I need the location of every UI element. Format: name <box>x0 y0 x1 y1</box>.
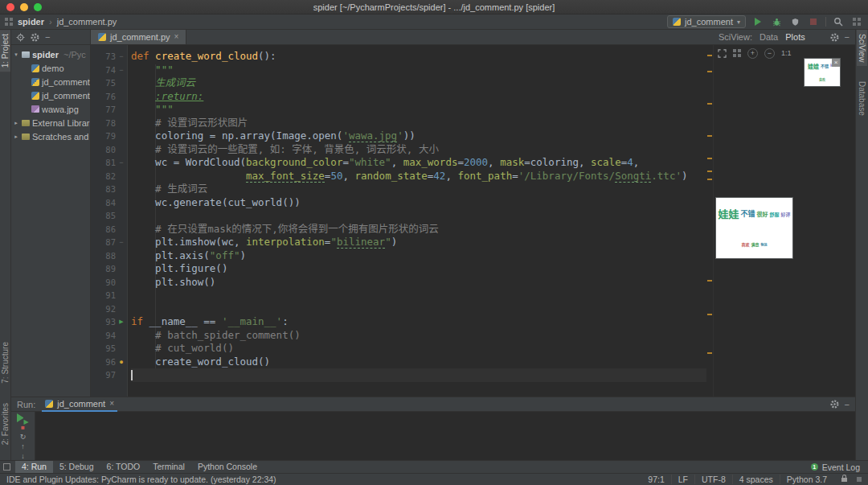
stripe-button-7-structure[interactable]: 7: Structure <box>0 338 10 388</box>
stripe-button-sciview[interactable]: SciView <box>857 30 867 66</box>
sciview-tab-data[interactable]: Data <box>760 32 778 42</box>
fold-icon[interactable]: − <box>116 52 127 60</box>
code-line-83[interactable]: # 生成词云 <box>131 183 713 196</box>
code-line-95[interactable]: # cut_world() <box>131 342 713 356</box>
code-line-75[interactable]: 生成词云 <box>131 76 713 90</box>
code-line-85[interactable] <box>131 209 713 223</box>
close-tab-icon[interactable]: × <box>109 400 114 408</box>
stripe-button-1-project[interactable]: 1: Project <box>0 30 10 72</box>
search-everywhere-button[interactable] <box>832 15 845 28</box>
sciview-tab-plots[interactable]: Plots <box>785 32 805 42</box>
toolwindow-button-4-run[interactable]: 4: Run <box>15 461 53 474</box>
tree-item-wawa-jpg[interactable]: wawa.jpg <box>11 102 90 116</box>
plot-thumbnail[interactable]: 娃娃不错很好舒服好评喜欢满意物流 <box>715 197 793 259</box>
tree-item-demo[interactable]: demo <box>11 61 90 75</box>
code-line-81[interactable]: wc = WordCloud(background_color="white",… <box>131 156 713 170</box>
run-config-select[interactable]: jd_comment ▾ <box>667 15 746 28</box>
code-line-91[interactable] <box>131 289 713 302</box>
zoom-level[interactable]: 1:1 <box>781 49 792 57</box>
stripe-button-database[interactable]: Database <box>857 77 867 120</box>
grid-view-button[interactable] <box>733 46 741 60</box>
zoom-window-button[interactable] <box>34 3 42 11</box>
text-caret <box>131 370 133 380</box>
collapse-all-button[interactable]: − <box>45 32 50 42</box>
minimize-window-button[interactable] <box>20 3 28 11</box>
code-line-78[interactable]: # 设置词云形状图片 <box>131 117 713 130</box>
toolwindow-switcher-icon[interactable] <box>3 463 10 471</box>
code-line-97[interactable] <box>131 368 713 382</box>
line-number: 81 <box>95 158 116 167</box>
run-line-icon[interactable]: ▶ <box>116 319 127 325</box>
status-utf-8[interactable]: UTF-8 <box>694 475 732 484</box>
toolwindow-button-5-debug[interactable]: 5: Debug <box>53 461 100 474</box>
run-button[interactable] <box>751 15 764 28</box>
run-settings-button[interactable] <box>830 400 839 409</box>
event-log-button[interactable]: Event Log <box>822 462 860 472</box>
status-lf[interactable]: LF <box>671 475 694 484</box>
stop-button[interactable] <box>807 15 820 28</box>
status-97-1[interactable]: 97:1 <box>641 475 670 484</box>
toolwindow-button-6-todo[interactable]: 6: TODO <box>100 461 147 474</box>
stripe-button-2-favorites[interactable]: 2: Favorites <box>0 399 10 449</box>
breakpoint-icon[interactable]: ● <box>116 358 127 366</box>
code-line-88[interactable]: plt.axis("off") <box>131 249 713 263</box>
editor-tab-jd-comment[interactable]: jd_comment.py × <box>91 30 186 44</box>
code-line-80[interactable]: # 设置词云的一些配置, 如: 字体, 背景色, 词云形状, 大小 <box>131 143 713 157</box>
code-line-86[interactable]: # 在只设置mask的情况下,你将会得到一个拥有图片形状的词云 <box>131 223 713 236</box>
editor-scrollbar[interactable] <box>706 45 713 397</box>
toolwindow-button-python-console[interactable]: Python Console <box>191 461 264 474</box>
code-line-73[interactable]: def create_word_cloud(): <box>131 50 713 64</box>
code-editor[interactable]: 73−74−75767778798081−828384858687−888990… <box>91 45 713 397</box>
hide-panel-button[interactable]: − <box>845 32 850 42</box>
plot-thumbnail[interactable]: 娃娃不错好评喜欢 × <box>804 58 841 87</box>
status-4-spaces[interactable]: 4 spaces <box>732 475 780 484</box>
readonly-lock-icon[interactable] <box>841 478 847 482</box>
code-line-94[interactable]: # batch_spider_comment() <box>131 329 713 343</box>
code-line-87[interactable]: plt.imshow(wc, interpolation="bilinear") <box>131 236 713 249</box>
stop-process-button[interactable]: ■ <box>17 423 30 432</box>
code-line-93[interactable]: if __name__ == '__main__': <box>131 315 713 329</box>
status-message[interactable]: IDE and Plugin Updates: PyCharm is ready… <box>6 475 276 484</box>
code-line-82[interactable]: max_font_size=50, random_state=42, font_… <box>131 170 713 183</box>
run-tab[interactable]: jd_comment × <box>42 397 117 412</box>
locate-file-button[interactable] <box>16 33 25 42</box>
toolwindow-button-terminal[interactable]: Terminal <box>146 461 191 474</box>
project-settings-button[interactable] <box>31 33 39 42</box>
breadcrumb-project[interactable]: spider <box>18 17 44 27</box>
fold-icon[interactable]: − <box>116 158 127 166</box>
coverage-button[interactable] <box>788 15 801 28</box>
code-line-77[interactable]: """ <box>131 103 713 117</box>
hide-panel-button[interactable]: − <box>845 400 850 409</box>
code-line-96[interactable]: create_word_cloud() <box>131 356 713 369</box>
sciview-settings-button[interactable] <box>830 33 839 42</box>
tree-item-scratches-and[interactable]: ▸Scratches and <box>11 129 90 143</box>
expand-plot-button[interactable] <box>718 49 727 58</box>
code-line-74[interactable]: """ <box>131 64 713 77</box>
code-line-76[interactable]: :return: <box>131 90 713 104</box>
run-output[interactable]: 不错 还 没 充气 比 广告 的 漂亮 多 了 在 充电 吧 东西 送 得 很 … <box>35 412 855 460</box>
fold-icon[interactable]: − <box>116 238 127 246</box>
fold-icon[interactable]: − <box>116 66 127 74</box>
code-line-84[interactable]: wc.generate(cut_world()) <box>131 196 713 210</box>
tree-item-spider[interactable]: ▾spider~/Pyc <box>11 47 90 61</box>
code-line-89[interactable]: plt.figure() <box>131 262 713 276</box>
debug-button[interactable] <box>770 15 783 28</box>
tree-item-jd-comment[interactable]: jd_comment <box>11 75 90 88</box>
zoom-in-button[interactable]: + <box>747 48 758 59</box>
close-window-button[interactable] <box>6 3 14 11</box>
breadcrumb-file[interactable]: jd_comment.py <box>57 17 117 27</box>
zoom-out-button[interactable]: − <box>764 48 775 59</box>
code-line-79[interactable]: coloring = np.array(Image.open('wawa.jpg… <box>131 129 713 143</box>
scroll-up-button[interactable]: ↑ <box>17 442 30 451</box>
code-line-90[interactable]: plt.show() <box>131 276 713 290</box>
code-line-92[interactable] <box>131 302 713 316</box>
close-tab-icon[interactable]: × <box>174 33 179 41</box>
tree-item-jd-comment[interactable]: jd_comment <box>11 88 90 102</box>
window-menu-icon[interactable] <box>5 18 13 26</box>
layout-button[interactable] <box>850 15 863 28</box>
close-plot-icon[interactable]: × <box>832 59 840 67</box>
status-python-3-7[interactable]: Python 3.7 <box>780 475 833 484</box>
tree-item-external-libraries[interactable]: ▸External Libraries <box>11 116 90 129</box>
rerun-button[interactable]: ▶ <box>17 413 30 422</box>
restart-button[interactable]: ↻ <box>17 433 30 442</box>
